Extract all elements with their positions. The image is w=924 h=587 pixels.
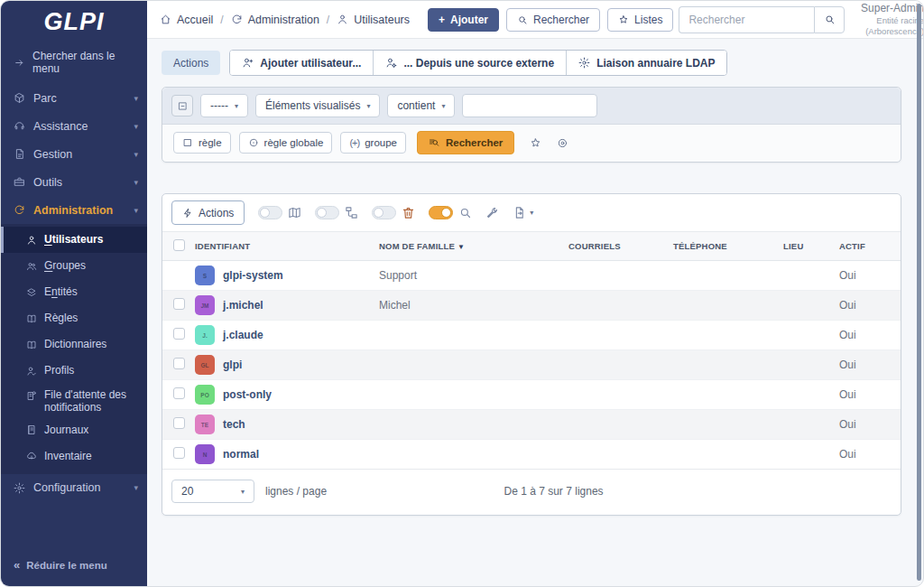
sort-desc-icon: ▼ xyxy=(457,243,465,251)
user-login-link[interactable]: post-only xyxy=(223,388,272,401)
user-login-link[interactable]: tech xyxy=(223,418,245,431)
sidebar-item-utilisateurs[interactable]: Utilisateurs xyxy=(1,227,147,253)
group-label: groupe xyxy=(365,137,397,148)
criteria-field-select[interactable]: Éléments visualisés ▾ xyxy=(255,94,380,117)
note-icon xyxy=(26,390,37,401)
external-source-label: ... Depuis une source externe xyxy=(403,57,554,70)
criteria-operator-select[interactable]: contient ▾ xyxy=(387,94,455,117)
search-filter-toggle[interactable] xyxy=(429,206,453,219)
arrow-right-icon xyxy=(14,57,25,69)
add-rule-button[interactable]: règle xyxy=(173,132,231,154)
bolt-icon xyxy=(182,208,193,219)
user-name: Super-Admin xyxy=(855,2,924,15)
add-button[interactable]: + Ajouter xyxy=(428,8,499,32)
phone-cell xyxy=(668,410,778,440)
table-row: POpost-only Oui xyxy=(162,380,901,410)
add-user-button[interactable]: Ajouter utilisateur... xyxy=(230,51,373,75)
rule-label: règle xyxy=(199,137,222,148)
global-search-input[interactable] xyxy=(679,6,814,33)
sidebar-item-assistance[interactable]: Assistance ▾ xyxy=(1,112,147,140)
deleted-items-toggle[interactable] xyxy=(372,206,396,219)
criteria-link-select[interactable]: ----- ▾ xyxy=(200,94,248,117)
sidebar-item-configuration[interactable]: Configuration ▾ xyxy=(1,474,147,502)
map-view-toggle[interactable] xyxy=(258,206,282,219)
row-checkbox[interactable] xyxy=(173,417,185,429)
sidebar-item-groupes[interactable]: Groupes xyxy=(1,253,147,279)
fold-criteria-button[interactable] xyxy=(171,95,193,116)
scrollbar[interactable] xyxy=(917,4,921,581)
export-button[interactable]: ▾ xyxy=(513,206,533,219)
table-toolbar: Actions xyxy=(162,194,901,231)
column-nom-de-famille[interactable]: NOM DE FAMILLE▼ xyxy=(374,232,563,261)
users-table-card: Actions xyxy=(162,193,901,516)
breadcrumb-utilisateurs[interactable]: Utilisateurs xyxy=(337,14,410,26)
surname-cell: Michel xyxy=(374,291,563,321)
column-lieu[interactable]: LIEU xyxy=(778,232,834,261)
active-cell: Oui xyxy=(834,321,901,350)
user-login-link[interactable]: j.claude xyxy=(223,329,263,341)
user-login-link[interactable]: glpi-system xyxy=(223,269,283,282)
collapse-menu-button[interactable]: « Réduire le menu xyxy=(1,547,147,586)
sidebar-item-journaux[interactable]: Journaux xyxy=(1,417,147,443)
sync-icon xyxy=(14,204,25,216)
glpi-logo[interactable]: GLPI xyxy=(1,1,147,42)
sidebar-item-entites[interactable]: Entités xyxy=(1,279,147,305)
table-row: J.j.claude Oui xyxy=(162,321,901,350)
chevron-down-icon: ▾ xyxy=(530,209,533,217)
massive-actions-button[interactable]: Actions xyxy=(171,200,245,225)
select-all-checkbox[interactable] xyxy=(173,239,185,251)
topbar: Accueil / Administration / Utilisateurs … xyxy=(147,1,923,39)
column-identifiant[interactable]: IDENTIFIANT xyxy=(189,232,374,261)
global-search-submit[interactable] xyxy=(814,6,845,33)
criteria-value-input[interactable] xyxy=(462,94,597,117)
column-courriels[interactable]: COURRIELS xyxy=(563,232,668,261)
minus-box-icon xyxy=(178,101,188,111)
table-row: GLglpi Oui xyxy=(162,350,901,380)
sidebar-menu-search[interactable]: Chercher dans le menu xyxy=(1,42,147,84)
ldap-link-button[interactable]: Liaison annuaire LDAP xyxy=(566,51,726,75)
search-button[interactable]: Rechercher xyxy=(506,8,600,32)
location-cell xyxy=(778,321,834,350)
sidebar-item-gestion[interactable]: Gestion ▾ xyxy=(1,140,147,168)
column-telephone[interactable]: TÉLÉPHONE xyxy=(668,232,778,261)
sidebar-item-outils[interactable]: Outils ▾ xyxy=(1,168,147,196)
cloud-download-icon xyxy=(26,451,37,461)
row-checkbox[interactable] xyxy=(173,387,185,399)
sidebar-item-regles[interactable]: Règles xyxy=(1,305,147,331)
row-checkbox[interactable] xyxy=(173,447,185,459)
target-icon[interactable] xyxy=(557,137,568,149)
tree-view-toggle[interactable] xyxy=(315,206,339,219)
user-login-link[interactable]: normal xyxy=(223,448,259,461)
sidebar-item-profils[interactable]: Profils xyxy=(1,358,147,384)
user-login-link[interactable]: glpi xyxy=(223,359,242,371)
sidebar-item-parc[interactable]: Parc ▾ xyxy=(1,84,147,112)
column-actif[interactable]: ACTIF xyxy=(834,232,901,261)
user-menu[interactable]: Super-Admin Entité racine (Arborescence) xyxy=(855,2,924,37)
add-global-rule-button[interactable]: règle globale xyxy=(239,132,333,154)
gear-icon xyxy=(578,57,590,69)
row-checkbox[interactable] xyxy=(173,358,185,369)
external-source-button[interactable]: ... Depuis une source externe xyxy=(373,51,566,75)
run-search-button[interactable]: Rechercher xyxy=(417,131,514,154)
row-checkbox[interactable] xyxy=(173,328,185,340)
add-group-button[interactable]: (+) groupe xyxy=(340,132,406,154)
sidebar-item-dictionnaires[interactable]: Dictionnaires xyxy=(1,331,147,358)
user-login-link[interactable]: j.michel xyxy=(223,299,263,312)
sidebar-item-administration[interactable]: Administration ▾ xyxy=(1,196,147,224)
row-checkbox[interactable] xyxy=(173,298,185,310)
layers-icon xyxy=(26,287,37,298)
sidebar-item-notifications-queue[interactable]: File d'attente des notifications xyxy=(1,384,147,417)
active-cell: Oui xyxy=(834,350,901,380)
page-size-select[interactable]: 20 ▾ xyxy=(171,480,254,503)
actions-chip[interactable]: Actions xyxy=(162,51,220,75)
bookmark-star-icon[interactable] xyxy=(530,137,541,149)
breadcrumb-accueil[interactable]: Accueil xyxy=(160,14,213,26)
surname-cell xyxy=(374,410,563,440)
sub-label: Groupes xyxy=(44,259,86,272)
sidebar-item-inventaire[interactable]: Inventaire xyxy=(1,443,147,470)
plus-icon: + xyxy=(439,14,445,26)
lists-button[interactable]: Listes xyxy=(607,8,673,32)
breadcrumb-administration[interactable]: Administration xyxy=(231,14,319,26)
wrench-icon[interactable] xyxy=(485,206,499,219)
user-actions-group: Ajouter utilisateur... ... Depuis une so… xyxy=(229,50,727,76)
